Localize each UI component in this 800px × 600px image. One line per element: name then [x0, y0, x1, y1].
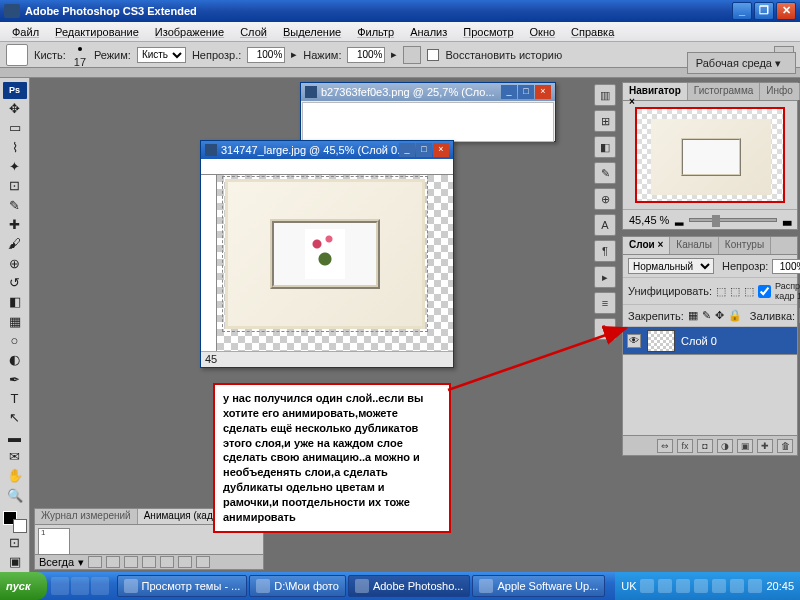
prev-frame-button[interactable]	[106, 556, 120, 568]
brush-tool[interactable]: 🖌	[3, 235, 27, 253]
lock-transparency-icon[interactable]: ▦	[688, 309, 698, 322]
ruler-vertical[interactable]	[201, 175, 217, 367]
marquee-tool[interactable]: ▭	[3, 119, 27, 137]
canvas[interactable]	[217, 175, 453, 351]
screenmode-icon[interactable]: ▣	[3, 553, 27, 571]
new-frame-button[interactable]	[178, 556, 192, 568]
lang-indicator[interactable]: UK	[621, 580, 636, 592]
lock-all-icon[interactable]: 🔒	[728, 309, 742, 322]
history-brush-tool[interactable]: ↺	[3, 273, 27, 291]
tab-paths[interactable]: Контуры	[719, 237, 771, 254]
char-icon[interactable]: A	[594, 214, 616, 236]
layer-name[interactable]: Слой 0	[681, 335, 717, 347]
gradient-tool[interactable]: ▦	[3, 312, 27, 330]
eyedropper-tool[interactable]: ✎	[3, 196, 27, 214]
layer-mask-icon[interactable]: ◘	[697, 439, 713, 453]
menu-filter[interactable]: Фильтр	[349, 24, 402, 40]
tab-measurements[interactable]: Журнал измерений	[35, 509, 138, 524]
tray-icon[interactable]	[658, 579, 672, 593]
blur-tool[interactable]: ○	[3, 331, 27, 349]
lock-position-icon[interactable]: ✥	[715, 309, 724, 322]
tray-icon[interactable]	[694, 579, 708, 593]
workspace-button[interactable]: Рабочая среда ▾	[687, 52, 796, 74]
first-frame-button[interactable]	[88, 556, 102, 568]
play-button[interactable]	[124, 556, 138, 568]
layer-fx-icon[interactable]: fx	[677, 439, 693, 453]
tray-icon[interactable]	[712, 579, 726, 593]
menu-select[interactable]: Выделение	[275, 24, 349, 40]
tray-icon[interactable]	[640, 579, 654, 593]
ql-icon[interactable]	[51, 577, 69, 595]
menu-analysis[interactable]: Анализ	[402, 24, 455, 40]
propagate-checkbox[interactable]	[758, 285, 771, 298]
minimize-button[interactable]: _	[732, 2, 752, 20]
task-button[interactable]: D:\Мои фото	[249, 575, 346, 597]
crop-tool[interactable]: ⊡	[3, 177, 27, 195]
measure-icon[interactable]: ✎	[594, 318, 616, 340]
ql-icon[interactable]	[91, 577, 109, 595]
unify-style-icon[interactable]: ⬚	[744, 285, 754, 298]
tween-button[interactable]	[160, 556, 174, 568]
notes-tool[interactable]: ✉	[3, 447, 27, 465]
zoom-in-icon[interactable]: ▃	[783, 213, 791, 226]
animation-frame[interactable]	[38, 528, 70, 556]
blend-mode-select[interactable]: Нормальный	[628, 258, 714, 274]
ql-icon[interactable]	[71, 577, 89, 595]
swatches-icon[interactable]: ⊞	[594, 110, 616, 132]
visibility-icon[interactable]: 👁	[627, 334, 641, 348]
eraser-tool[interactable]: ◧	[3, 293, 27, 311]
menu-window[interactable]: Окно	[522, 24, 564, 40]
tab-channels[interactable]: Каналы	[670, 237, 719, 254]
menu-image[interactable]: Изображение	[147, 24, 232, 40]
tool-preset-icon[interactable]	[6, 44, 28, 66]
color-swatches[interactable]	[3, 511, 27, 533]
doc-max-button[interactable]: □	[518, 85, 534, 99]
group-icon[interactable]: ▣	[737, 439, 753, 453]
layer-thumbnail[interactable]	[647, 330, 675, 352]
doc-min-button[interactable]: _	[399, 143, 415, 157]
opacity-input[interactable]	[247, 47, 285, 63]
tab-layers[interactable]: Слои ×	[623, 237, 670, 254]
tray-icon[interactable]	[676, 579, 690, 593]
clone-icon[interactable]: ⊕	[594, 188, 616, 210]
doc-close-button[interactable]: ×	[535, 85, 551, 99]
type-tool[interactable]: T	[3, 389, 27, 407]
heal-tool[interactable]: ✚	[3, 215, 27, 233]
history-icon[interactable]: ≡	[594, 292, 616, 314]
link-layers-icon[interactable]: ⇔	[657, 439, 673, 453]
zoom-out-icon[interactable]: ▂	[675, 213, 683, 226]
delete-frame-button[interactable]	[196, 556, 210, 568]
hand-tool[interactable]: ✋	[3, 467, 27, 485]
task-button[interactable]: Просмотр темы - ...	[117, 575, 248, 597]
tab-info[interactable]: Инфо	[760, 83, 800, 100]
tray-icon[interactable]	[730, 579, 744, 593]
mode-select[interactable]: Кисть	[137, 47, 186, 63]
actions-icon[interactable]: ▸	[594, 266, 616, 288]
nav-zoom-value[interactable]: 45,45 %	[629, 214, 669, 226]
task-button[interactable]: Apple Software Up...	[472, 575, 605, 597]
pen-tool[interactable]: ✒	[3, 370, 27, 388]
menu-layer[interactable]: Слой	[232, 24, 275, 40]
color-icon[interactable]: ▥	[594, 84, 616, 106]
para-icon[interactable]: ¶	[594, 240, 616, 262]
airbrush-icon[interactable]	[403, 46, 421, 64]
menu-edit[interactable]: Редактирование	[47, 24, 147, 40]
menu-view[interactable]: Просмотр	[455, 24, 521, 40]
tab-navigator[interactable]: Навигатор ×	[623, 83, 688, 100]
lasso-tool[interactable]: ⌇	[3, 138, 27, 156]
adjustment-icon[interactable]: ◑	[717, 439, 733, 453]
close-button[interactable]: ✕	[776, 2, 796, 20]
path-tool[interactable]: ↖	[3, 409, 27, 427]
menu-file[interactable]: Файл	[4, 24, 47, 40]
doc-min-button[interactable]: _	[501, 85, 517, 99]
zoom-tool[interactable]: 🔍	[3, 486, 27, 504]
document-window-back[interactable]: b27363fef0e3.png @ 25,7% (Сло... _□×	[300, 82, 556, 142]
brush-picker[interactable]: 17	[72, 42, 88, 68]
trash-icon[interactable]: 🗑	[777, 439, 793, 453]
doc-close-button[interactable]: ×	[433, 143, 449, 157]
unify-position-icon[interactable]: ⬚	[716, 285, 726, 298]
layer-opacity-input[interactable]	[772, 259, 800, 274]
doc-back-titlebar[interactable]: b27363fef0e3.png @ 25,7% (Сло... _□×	[301, 83, 555, 101]
brushes-icon[interactable]: ✎	[594, 162, 616, 184]
maximize-button[interactable]: ❐	[754, 2, 774, 20]
